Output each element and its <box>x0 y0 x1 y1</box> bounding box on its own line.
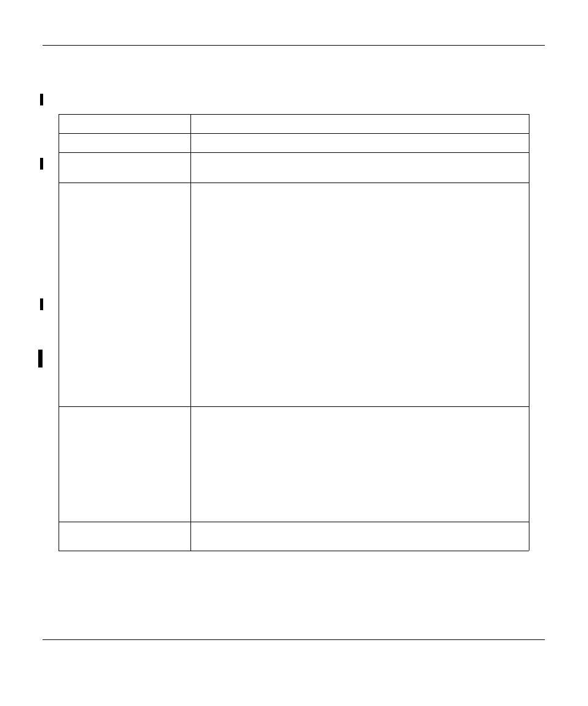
table-row-line <box>59 114 529 115</box>
top-rule <box>43 45 545 46</box>
table-row-line <box>59 183 529 183</box>
table-row-line <box>59 406 529 407</box>
table-right-border <box>529 114 529 551</box>
change-bar <box>38 350 43 367</box>
change-bar <box>40 94 43 105</box>
table-row-line <box>59 133 529 134</box>
table-row-line <box>59 152 529 153</box>
table-col-divider <box>190 114 191 551</box>
page <box>0 0 588 706</box>
table-left-border <box>59 114 59 551</box>
bottom-rule <box>43 639 545 640</box>
table-row-line <box>59 551 529 551</box>
table-row-line <box>59 522 529 522</box>
change-bar <box>40 158 43 170</box>
change-bar <box>40 298 43 310</box>
